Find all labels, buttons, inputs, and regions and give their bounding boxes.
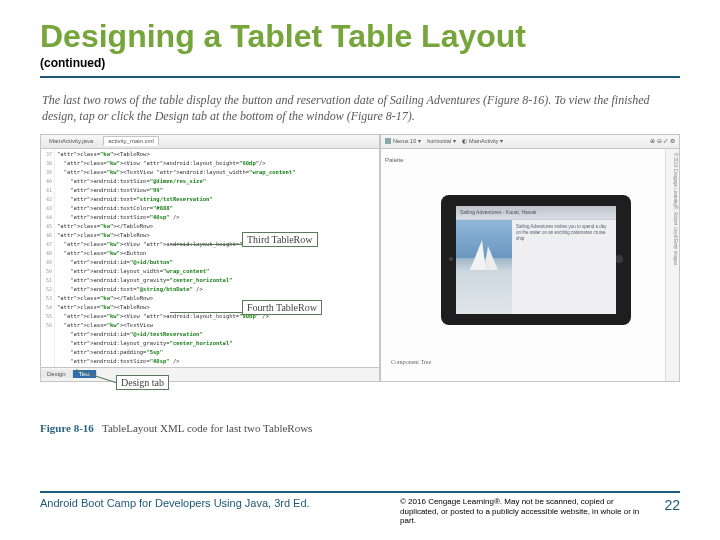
callout-design-tab: Design tab bbox=[116, 375, 169, 390]
copyright-text: © 2016 Cengage Learning®. May not be sca… bbox=[400, 497, 640, 526]
sailboat-image bbox=[456, 220, 512, 314]
intro-text: The last two rows of the table display t… bbox=[42, 92, 678, 124]
text-tab[interactable]: Text bbox=[73, 370, 97, 378]
layout-preview-panel: Nexus 10 ▾ horizontal ▾ ◐ MainActivity ▾… bbox=[380, 134, 680, 382]
divider bbox=[40, 76, 680, 78]
figure-text: TableLayout XML code for last two TableR… bbox=[102, 422, 312, 434]
component-tree-label[interactable]: Component Tree bbox=[391, 359, 431, 365]
xml-editor-panel: MainActivity.java activity_main.xml 37 3… bbox=[40, 134, 380, 382]
orientation-selector[interactable]: horizontal ▾ bbox=[427, 138, 456, 144]
right-sidebar: © 2016 Cengage Learning®; Robert Lloyd/G… bbox=[665, 149, 679, 381]
palette-label[interactable]: Palette bbox=[385, 157, 404, 163]
callout-fourth-row: Fourth TableRow bbox=[242, 300, 322, 315]
tablet-screen: Sailing Adventures - Kauai, Hawaii Saili… bbox=[456, 206, 616, 314]
figure-8-16: MainActivity.java activity_main.xml 37 3… bbox=[40, 134, 680, 414]
footer: Android Boot Camp for Developers Using J… bbox=[40, 491, 680, 526]
book-title: Android Boot Camp for Developers Using J… bbox=[40, 497, 400, 509]
line-gutter: 37 38 39 40 41 42 43 44 45 46 47 48 49 5… bbox=[41, 149, 55, 367]
app-header: Sailing Adventures - Kauai, Hawaii bbox=[456, 206, 616, 220]
preview-toolbar: Nexus 10 ▾ horizontal ▾ ◐ MainActivity ▾… bbox=[381, 135, 679, 149]
zoom-controls[interactable]: ⊕ ⊖ ⤢ ⚙ bbox=[650, 138, 675, 144]
home-button-icon bbox=[615, 255, 623, 263]
code-area[interactable]: "attr">class="kw"><TableRow> "attr">clas… bbox=[55, 149, 379, 367]
design-tab[interactable]: Design bbox=[41, 370, 73, 378]
figure-caption: Figure 8-16 TableLayout XML code for las… bbox=[40, 422, 680, 434]
image-credit: © 2016 Cengage Learning®; Robert Lloyd/G… bbox=[673, 153, 678, 265]
page-number: 22 bbox=[640, 497, 680, 513]
theme-selector[interactable]: ◐ MainActivity ▾ bbox=[462, 138, 503, 144]
app-description: Sailing Adventures invites you to spend … bbox=[512, 220, 616, 314]
figure-number: Figure 8-16 bbox=[40, 422, 94, 434]
slide-title: Designing a Tablet Table Layout bbox=[40, 20, 680, 54]
tablet-frame: Sailing Adventures - Kauai, Hawaii Saili… bbox=[441, 195, 631, 325]
continued-label: (continued) bbox=[40, 56, 680, 70]
device-selector[interactable]: Nexus 10 ▾ bbox=[385, 138, 421, 144]
editor-tab-main[interactable]: MainActivity.java bbox=[45, 137, 97, 145]
callout-third-row: Third TableRow bbox=[242, 232, 318, 247]
camera-icon bbox=[449, 257, 453, 261]
editor-tabs: MainActivity.java activity_main.xml bbox=[41, 135, 379, 149]
editor-bottom-tabs: Design Text bbox=[41, 367, 379, 381]
editor-tab-layout[interactable]: activity_main.xml bbox=[103, 136, 159, 146]
